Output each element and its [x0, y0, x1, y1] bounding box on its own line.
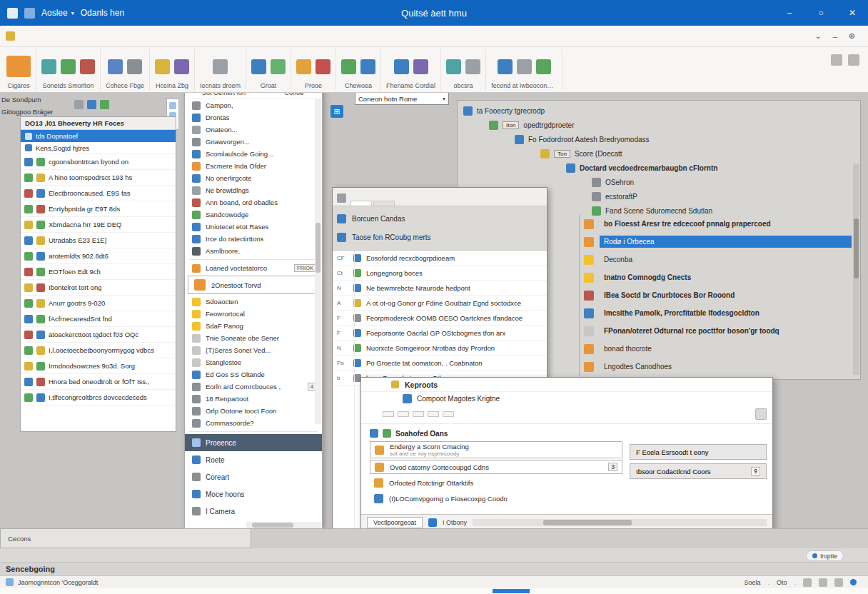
navigation-item[interactable]: cgoonsbontrtcan byond on	[21, 154, 176, 170]
status-view-label-2[interactable]: Oto	[777, 579, 787, 586]
menu-horizontal-scrollbar[interactable]	[246, 522, 321, 528]
rail-object-icon[interactable]	[4, 120, 12, 129]
ribbon-tab[interactable]	[98, 33, 113, 40]
report-item[interactable]: Imcsithe Pamolk, Prorcfitatble Ifodesgoc…	[584, 304, 852, 322]
clipboard-icon[interactable]	[831, 54, 842, 66]
dialog-side-button[interactable]: Ibsoor Codactlcnd Coors 9	[630, 463, 767, 479]
ribbon-tab[interactable]	[176, 33, 192, 40]
ribbon-tab[interactable]	[51, 33, 66, 40]
navigation-item[interactable]: arotemldts 902.8dt6	[21, 248, 176, 264]
field-row[interactable]: N Nuorxcte Somgeiroor Nrotbas doy Prordo…	[333, 341, 547, 356]
dialog-toolbar-button[interactable]	[383, 411, 394, 417]
tree-row[interactable]: ta Fooecrty tgrecrodp	[458, 104, 860, 118]
ribbon-command-icon[interactable]	[498, 59, 513, 74]
report-item[interactable]: Lngodtes Canodhoes	[584, 358, 852, 376]
view-dropdown[interactable]: Coneon hotn Rome ▾	[355, 92, 449, 105]
ribbon-command-icon[interactable]	[213, 59, 228, 74]
rail-object-icon[interactable]	[4, 291, 12, 300]
menu-item[interactable]: Drontas	[185, 111, 322, 124]
dialog-tab[interactable]	[373, 201, 395, 206]
toolbar-icon[interactable]	[74, 100, 84, 109]
records-bar[interactable]: Cecons	[0, 528, 251, 548]
maximize-button[interactable]: ○	[805, 0, 837, 26]
menu-item[interactable]: Irce do ratectirttons	[185, 233, 322, 245]
navigation-item[interactable]: Electbrooncaused. E9S fas	[21, 186, 176, 201]
pin-ribbon-icon[interactable]: –	[833, 32, 837, 41]
menu-item[interactable]: Escmere Inda Ofder	[185, 160, 322, 172]
report-row[interactable]: Endergy a Scorn Cmacing sot and ce xoy n…	[370, 441, 622, 458]
ribbon-command-icon[interactable]	[296, 59, 311, 74]
rail-object-icon[interactable]	[4, 188, 12, 197]
rail-object-icon[interactable]	[4, 223, 12, 231]
rail-object-icon[interactable]	[4, 360, 12, 368]
ribbon-tab[interactable]	[113, 33, 129, 40]
navigation-item[interactable]: I,tlfecongrcoltbrcs dovcecdeceds	[21, 390, 176, 406]
ribbon-command-icon[interactable]	[127, 59, 142, 74]
navigation-item[interactable]: Xbmdacna hrr 19E DEQ	[21, 217, 176, 233]
report-item[interactable]: Rodø i Orbecea	[584, 233, 852, 251]
tree-row[interactable]: Iton opedtrgdproeter	[458, 118, 860, 132]
navigation-item[interactable]: Utradabs E23 E1E]	[21, 233, 176, 248]
menu-item[interactable]: Feowrortocal	[185, 308, 322, 320]
rail-object-icon[interactable]	[4, 308, 12, 317]
file-menu-icon[interactable]	[6, 31, 15, 41]
ribbon-command-icon[interactable]	[536, 59, 551, 74]
rail-object-icon[interactable]	[4, 257, 12, 266]
menu-item[interactable]: Scomlaulscde Going...	[185, 148, 322, 160]
menu-item-pinned[interactable]: Loaned voctetatorco FRIOK	[185, 262, 322, 274]
field-row[interactable]: CF Eosofordd recxcbogrpdioeam	[333, 251, 547, 266]
summary-row[interactable]: Borcuen Candas	[337, 214, 542, 223]
summary-row[interactable]: Taose fon RCoubg merts	[337, 233, 542, 242]
share-icon[interactable]	[848, 54, 859, 66]
report-item[interactable]: FPonan/oteret Odturnal rce pocttfor boso…	[584, 322, 852, 340]
ribbon-command-icon[interactable]	[413, 59, 428, 74]
ribbon-command-icon[interactable]	[108, 59, 123, 74]
field-row[interactable]: Po Po Groecte tat oomatcon, . Coabnaton	[333, 356, 547, 371]
field-row[interactable]: A A ot ot-og Gonor gr Fdine Goutbatr Egn…	[333, 296, 547, 311]
report-row[interactable]: (I)LOComvpgorng o Fiosecoxpg Coodn	[370, 491, 622, 505]
menu-subpanel[interactable]: 2Onestoot Torvd	[188, 276, 319, 294]
field-row[interactable]: N Ne bewmrebcte Nraurode hedpont	[333, 281, 547, 296]
menu-item[interactable]: Eorln ard Comrcbouces , 4	[185, 381, 322, 393]
menu-item[interactable]: (T)Seres Sonet Ved...	[185, 344, 322, 356]
chevron-down-icon[interactable]: ▾	[71, 10, 74, 16]
field-row[interactable]: F Feorpmodereok OOMB OESO Oartcknes Ifan…	[333, 311, 547, 326]
ribbon-command-icon[interactable]	[251, 59, 266, 74]
minimize-button[interactable]: –	[774, 0, 805, 26]
grid-tile-icon[interactable]: ⊞	[330, 105, 343, 118]
footer-view-button[interactable]: Vectlpoorgeoat	[367, 517, 423, 528]
report-vertical-scrollbar[interactable]	[853, 163, 859, 375]
menu-item[interactable]: Coreart	[185, 468, 322, 485]
ribbon-command-icon[interactable]	[61, 59, 76, 74]
ribbon-command-icon[interactable]	[360, 59, 375, 74]
ribbon-command-icon[interactable]	[394, 59, 409, 74]
navigation-item[interactable]: Irmdnodsowcnes 9o3d. Sorg	[21, 358, 176, 374]
ribbon-command-icon[interactable]	[341, 59, 356, 74]
navigation-item[interactable]: atoackercttoot tgdoct f03 OQc	[21, 327, 176, 343]
titlebar-menu-left[interactable]: Aoslee	[41, 8, 68, 18]
ribbon-tab[interactable]	[35, 33, 51, 40]
view-layout-icon[interactable]	[819, 578, 827, 587]
tree-row[interactable]: Ton Score (Doecatt	[458, 146, 860, 161]
ribbon-command-icon[interactable]	[174, 59, 189, 74]
navigation-subheader[interactable]: Kens,Sogtd hjtres	[21, 142, 176, 154]
view-report-icon[interactable]	[834, 578, 843, 587]
navigation-header[interactable]: DO13 ,l01 Bhoeverty HR Foces	[21, 117, 176, 130]
dialog-side-button[interactable]: F Eoela Esrsoodt t eony	[630, 444, 767, 460]
field-row[interactable]: Ct Longegnorg boces	[333, 266, 547, 281]
menu-item[interactable]: Roete	[185, 451, 322, 468]
report-item[interactable]: Deconba	[584, 251, 852, 268]
menu-item[interactable]: Onateon...	[185, 124, 322, 136]
status-pill[interactable]: Iroptte	[806, 550, 844, 561]
dialog-horizontal-scrollbar[interactable]	[473, 519, 767, 526]
ribbon-tab[interactable]	[129, 33, 145, 40]
report-item[interactable]: tnatno Comnogdg Cnects	[584, 268, 852, 286]
expand-icon[interactable]: ⊕	[849, 31, 855, 41]
dialog-tab[interactable]	[350, 201, 372, 206]
ribbon-command-icon[interactable]	[155, 59, 170, 74]
menu-item[interactable]: No onerlirgcote	[185, 172, 322, 184]
ribbon-tab[interactable]	[145, 33, 161, 40]
field-row[interactable]: F Foeporaonte Oacrlal GP OStcbogrnes tfo…	[333, 326, 547, 341]
scrollbar-thumb[interactable]	[543, 520, 632, 525]
menu-item[interactable]: Sandcowodge	[185, 208, 322, 221]
